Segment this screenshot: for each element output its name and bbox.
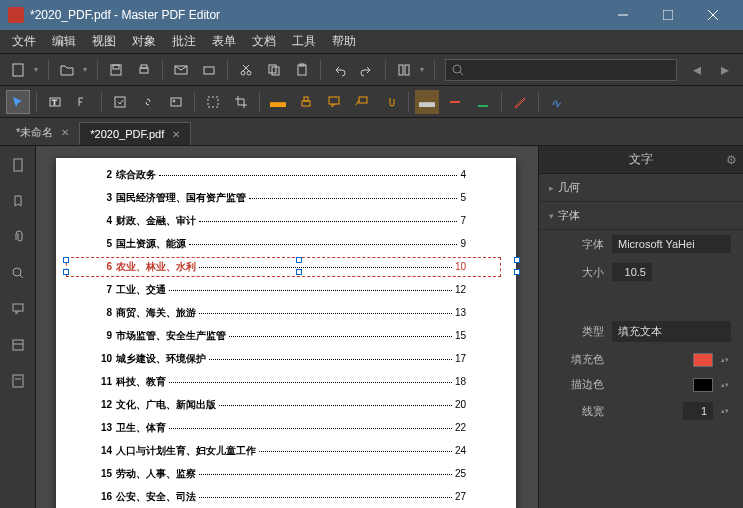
toc-entry[interactable]: 6农业、林业、水利10 [96,260,466,274]
toc-entry[interactable]: 8商贸、海关、旅游13 [96,306,466,320]
toc-entry[interactable]: 15劳动、人事、监察25 [96,467,466,481]
cut-button[interactable] [234,58,258,82]
document-tab[interactable]: *2020_PDF.pdf✕ [79,122,191,145]
dropdown-icon[interactable]: ▾ [34,65,42,74]
search-box[interactable] [445,59,677,81]
selection-handle[interactable] [296,269,302,275]
paste-button[interactable] [290,58,314,82]
attach-tool[interactable] [378,90,402,114]
image-tool[interactable] [164,90,188,114]
minimize-button[interactable] [600,0,645,30]
panel-options-icon[interactable]: ⚙ [726,153,737,167]
menu-工具[interactable]: 工具 [284,31,324,52]
toc-entry[interactable]: 16公安、安全、司法27 [96,490,466,504]
selection-handle[interactable] [514,269,520,275]
close-tab-icon[interactable]: ✕ [172,129,180,140]
email-button[interactable] [169,58,193,82]
linewidth-value[interactable]: 1 [683,402,713,420]
close-button[interactable] [690,0,735,30]
comment-tool[interactable] [322,90,346,114]
fill-color-swatch[interactable] [693,353,713,367]
new-file-button[interactable] [6,58,30,82]
undo-button[interactable] [327,58,351,82]
selection-handle[interactable] [63,257,69,263]
svg-line-2 [708,10,718,20]
comments-button[interactable] [7,298,29,320]
copy-button[interactable] [262,58,286,82]
menu-视图[interactable]: 视图 [84,31,124,52]
geometry-section[interactable]: ▸几何 [539,174,743,202]
callout-tool[interactable] [350,90,374,114]
selection-handle[interactable] [296,257,302,263]
menu-文件[interactable]: 文件 [4,31,44,52]
search-panel-button[interactable] [7,262,29,284]
crop-tool[interactable] [229,90,253,114]
stroke-color-swatch[interactable] [693,378,713,392]
thumbnails-button[interactable] [7,154,29,176]
close-tab-icon[interactable]: ✕ [61,127,69,138]
svg-rect-23 [115,97,125,107]
font-value[interactable]: Microsoft YaHei [612,235,731,253]
menu-对象[interactable]: 对象 [124,31,164,52]
attachments-button[interactable] [7,226,29,248]
edit-text-tool[interactable] [71,90,95,114]
menu-编辑[interactable]: 编辑 [44,31,84,52]
menu-文档[interactable]: 文档 [244,31,284,52]
toc-entry[interactable]: 3国民经济管理、国有资产监管5 [96,191,466,205]
toc-entry[interactable]: 10城乡建设、环境保护17 [96,352,466,366]
bookmarks-button[interactable] [7,190,29,212]
toc-entry[interactable]: 7工业、交通12 [96,283,466,297]
toc-entry[interactable]: 4财政、金融、审计7 [96,214,466,228]
toc-entry[interactable]: 13卫生、体育22 [96,421,466,435]
stamp-tool[interactable] [294,90,318,114]
dropdown-icon[interactable]: ▾ [83,65,91,74]
spinner-icon[interactable]: ▴▾ [721,381,731,389]
toc-entry[interactable]: 5国土资源、能源9 [96,237,466,251]
search-icon [452,64,464,76]
select-tool[interactable] [6,90,30,114]
size-value[interactable]: 10.5 [612,263,652,281]
form-tool[interactable] [108,90,132,114]
toc-entry[interactable]: 11科技、教育18 [96,375,466,389]
document-tab[interactable]: *未命名✕ [6,120,79,145]
font-section[interactable]: ▾字体 [539,202,743,230]
pencil-tool[interactable] [508,90,532,114]
toc-entry[interactable]: 9市场监管、安全生产监管15 [96,329,466,343]
text-tool[interactable]: T [43,90,67,114]
signatures-button[interactable] [7,370,29,392]
dropdown-icon[interactable]: ▾ [420,65,428,74]
layers-button[interactable] [7,334,29,356]
edit-toolbar: T ▬ ▬ [0,86,743,118]
underline-tool[interactable] [471,90,495,114]
type-value[interactable]: 填充文本 [612,321,731,342]
toc-entry[interactable]: 2综合政务4 [96,168,466,182]
menu-表单[interactable]: 表单 [204,31,244,52]
redo-button[interactable] [355,58,379,82]
strikeout-tool[interactable] [443,90,467,114]
selection-handle[interactable] [63,269,69,275]
svg-rect-27 [302,101,310,106]
select-rect-tool[interactable] [201,90,225,114]
spinner-icon[interactable]: ▴▾ [721,407,731,415]
open-file-button[interactable] [55,58,79,82]
menu-批注[interactable]: 批注 [164,31,204,52]
spinner-icon[interactable]: ▴▾ [721,356,731,364]
search-prev-button[interactable]: ◂ [685,58,709,82]
note-tool[interactable]: ▬ [266,90,290,114]
save-button[interactable] [104,58,128,82]
toc-entry[interactable]: 14人口与计划生育、妇女儿童工作24 [96,444,466,458]
print-button[interactable] [132,58,156,82]
search-next-button[interactable]: ▸ [713,58,737,82]
document-viewport[interactable]: 2综合政务43国民经济管理、国有资产监管54财政、金融、审计75国土资源、能源9… [36,146,538,508]
link-tool[interactable] [136,90,160,114]
layout-button[interactable] [392,58,416,82]
scan-button[interactable] [197,58,221,82]
toc-entry[interactable]: 12文化、广电、新闻出版20 [96,398,466,412]
highlight-tool[interactable]: ▬ [415,90,439,114]
search-input[interactable] [464,64,670,76]
document-tabs: *未命名✕*2020_PDF.pdf✕ [0,118,743,146]
sign-tool[interactable] [545,90,569,114]
menu-帮助[interactable]: 帮助 [324,31,364,52]
selection-handle[interactable] [514,257,520,263]
maximize-button[interactable] [645,0,690,30]
